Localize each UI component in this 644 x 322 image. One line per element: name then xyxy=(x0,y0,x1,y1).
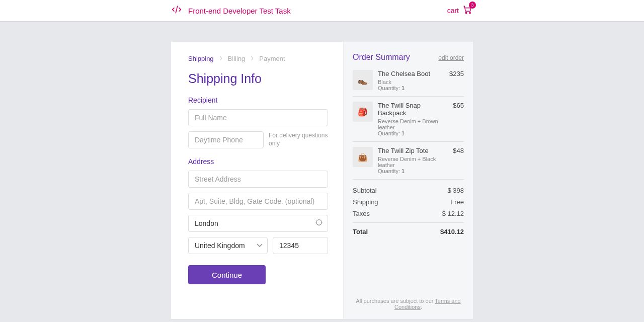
item-name: The Chelsea Boot xyxy=(378,70,444,77)
svg-point-0 xyxy=(465,12,467,13)
order-items: 👞 The Chelsea Boot Black Quantity: 1 $23… xyxy=(353,70,464,180)
code-icon xyxy=(171,4,182,17)
item-desc: Reverse Denim + Black leather xyxy=(378,156,448,168)
edit-order-link[interactable]: edit order xyxy=(438,54,464,61)
site-header: Front-end Developer Test Task cart 3 xyxy=(0,0,644,22)
item-qty: Quantity: 1 xyxy=(378,168,448,174)
taxes-value: $ 12.12 xyxy=(442,210,464,217)
cart-label: cart xyxy=(447,7,459,15)
item-thumbnail: 👞 xyxy=(353,70,373,90)
zip-input[interactable] xyxy=(273,237,328,254)
item-price: $48 xyxy=(453,147,464,174)
item-desc: Reverse Denim + Brown leather xyxy=(378,118,448,130)
item-thumbnail: 🎒 xyxy=(353,102,373,122)
order-item: 🎒 The Twill Snap Backpack Reverse Denim … xyxy=(353,97,464,142)
city-input[interactable] xyxy=(188,215,328,232)
locate-icon[interactable] xyxy=(315,218,323,228)
order-summary-title: Order Summary xyxy=(353,53,410,62)
logo: Front-end Developer Test Task xyxy=(171,4,291,17)
subtotal-value: $ 398 xyxy=(447,187,464,194)
cart-button[interactable]: cart 3 xyxy=(447,5,473,17)
shipping-form: Shipping Billing Payment Shipping Info R… xyxy=(171,42,343,319)
item-name: The Twill Snap Backpack xyxy=(378,102,448,117)
item-price: $235 xyxy=(449,70,464,91)
item-name: The Twill Zip Tote xyxy=(378,147,448,154)
site-title: Front-end Developer Test Task xyxy=(188,7,291,15)
shipping-label: Shipping xyxy=(353,198,378,206)
taxes-label: Taxes xyxy=(353,210,370,217)
country-select[interactable] xyxy=(188,237,268,254)
subtotal-label: Subtotal xyxy=(353,187,377,194)
order-item: 👞 The Chelsea Boot Black Quantity: 1 $23… xyxy=(353,70,464,97)
order-item: 👜 The Twill Zip Tote Reverse Denim + Bla… xyxy=(353,142,464,180)
item-qty: Quantity: 1 xyxy=(378,85,444,91)
order-summary: Order Summary edit order 👞 The Chelsea B… xyxy=(343,42,473,319)
address-label: Address xyxy=(188,157,328,166)
total-label: Total xyxy=(353,228,368,235)
phone-input[interactable] xyxy=(188,131,264,148)
item-thumbnail: 👜 xyxy=(353,147,373,167)
cart-icon: 3 xyxy=(462,5,473,17)
checkout-steps: Shipping Billing Payment xyxy=(188,55,328,62)
step-shipping[interactable]: Shipping xyxy=(188,55,214,62)
legal-text: All purchases are subject to our Terms a… xyxy=(353,237,464,310)
item-price: $65 xyxy=(453,102,464,136)
chevron-right-icon xyxy=(219,55,223,62)
full-name-input[interactable] xyxy=(188,109,328,126)
svg-point-1 xyxy=(469,12,471,13)
step-payment[interactable]: Payment xyxy=(259,55,285,62)
page-title: Shipping Info xyxy=(188,71,328,86)
item-desc: Black xyxy=(378,79,444,85)
chevron-right-icon xyxy=(250,55,254,62)
cart-count-badge: 3 xyxy=(469,2,476,9)
phone-hint: For delivery questions only xyxy=(269,132,328,147)
recipient-label: Recipient xyxy=(188,96,328,104)
street-input[interactable] xyxy=(188,171,328,188)
order-totals: Subtotal$ 398 ShippingFree Taxes$ 12.12 … xyxy=(353,185,464,237)
svg-point-2 xyxy=(316,220,322,225)
checkout-card: Shipping Billing Payment Shipping Info R… xyxy=(171,42,473,319)
item-qty: Quantity: 1 xyxy=(378,130,448,136)
continue-button[interactable]: Continue xyxy=(188,265,266,284)
total-value: $410.12 xyxy=(440,228,464,235)
shipping-value: Free xyxy=(450,198,464,206)
apt-input[interactable] xyxy=(188,193,328,210)
step-billing[interactable]: Billing xyxy=(228,55,246,62)
